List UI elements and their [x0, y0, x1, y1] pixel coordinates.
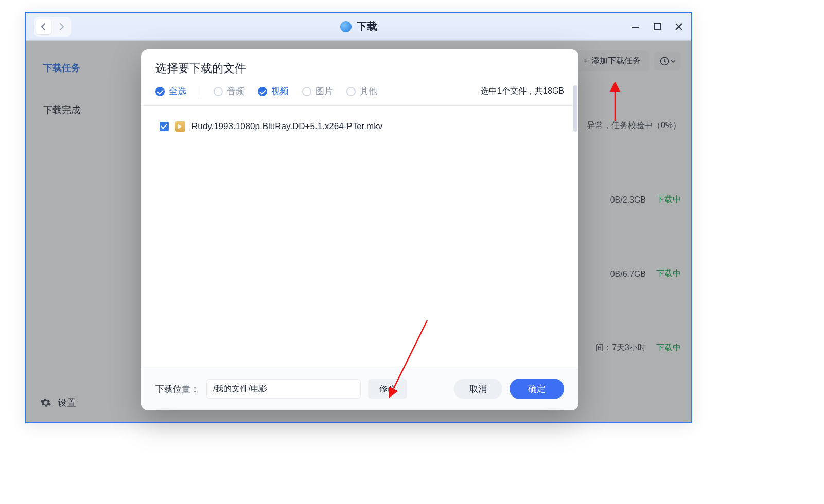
filter-label: 全选	[169, 85, 186, 97]
app-icon	[340, 21, 352, 32]
file-name: Rudy.1993.1080p.BluRay.DD+5.1.x264-PTer.…	[191, 121, 382, 132]
filter-other[interactable]: 其他	[346, 85, 377, 97]
check-icon	[155, 87, 165, 96]
check-icon	[346, 87, 356, 96]
check-icon	[258, 87, 267, 96]
selection-summary: 选中1个文件，共18GB	[481, 86, 564, 97]
dialog-title: 选择要下载的文件	[141, 49, 578, 85]
svg-line-4	[391, 320, 427, 393]
annotation-arrow	[605, 82, 625, 123]
ok-button[interactable]: 确定	[510, 379, 564, 399]
filter-label: 视频	[271, 85, 289, 97]
check-icon	[214, 87, 223, 96]
filter-select-all[interactable]: 全选	[155, 85, 186, 97]
back-button[interactable]	[36, 19, 51, 34]
file-row[interactable]: Rudy.1993.1080p.BluRay.DD+5.1.x264-PTer.…	[149, 116, 570, 137]
check-icon	[302, 87, 311, 96]
video-file-icon	[175, 121, 185, 132]
filter-label: 音频	[227, 85, 244, 97]
minimize-button[interactable]	[632, 23, 640, 31]
close-button[interactable]	[675, 23, 683, 31]
scrollbar[interactable]	[573, 85, 577, 132]
filter-audio[interactable]: 音频	[214, 85, 244, 97]
svg-rect-0	[632, 27, 639, 28]
cancel-button[interactable]: 取消	[454, 379, 502, 399]
filter-image[interactable]: 图片	[302, 85, 333, 97]
download-path-input[interactable]	[206, 379, 361, 399]
nav-buttons	[34, 17, 71, 37]
download-path-label: 下载位置：	[155, 383, 199, 395]
separator	[200, 86, 200, 97]
filter-label: 其他	[360, 85, 377, 97]
select-files-dialog: 选择要下载的文件 全选 音频 视频 图片 其他	[141, 49, 578, 410]
maximize-button[interactable]	[653, 23, 661, 31]
window-title: 下载	[357, 20, 377, 33]
filter-label: 图片	[315, 85, 333, 97]
forward-button[interactable]	[54, 19, 69, 34]
svg-rect-1	[654, 24, 660, 30]
title-bar: 下载	[26, 13, 691, 41]
filter-video[interactable]: 视频	[258, 85, 289, 97]
file-list: Rudy.1993.1080p.BluRay.DD+5.1.x264-PTer.…	[141, 106, 578, 369]
annotation-arrow	[383, 316, 435, 399]
file-checkbox[interactable]	[160, 122, 169, 131]
